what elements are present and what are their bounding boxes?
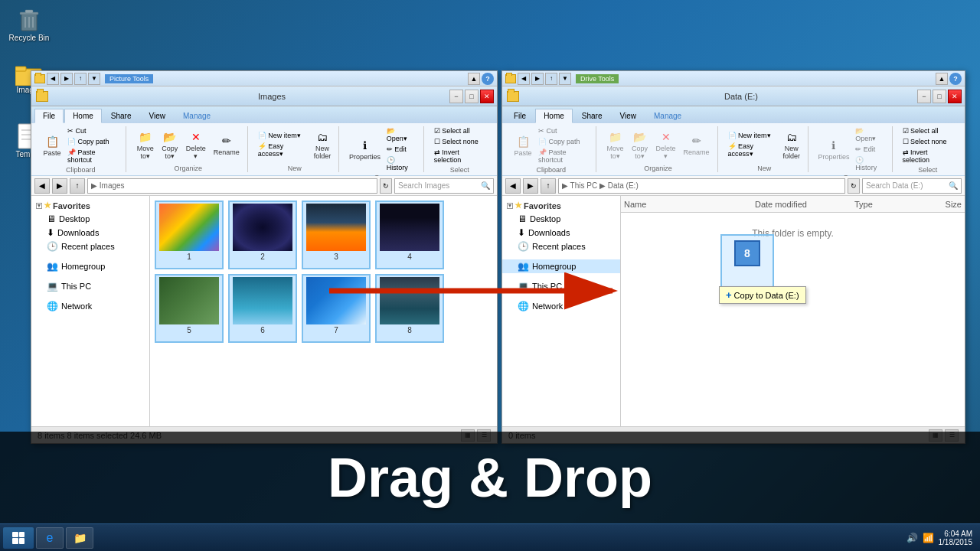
left-nav-recent[interactable]: 🕒 Recent places [31, 240, 149, 253]
left-nav-desktop[interactable]: 🖥 Desktop [31, 212, 149, 226]
left-tab-file[interactable]: File [34, 109, 64, 123]
file-item-4[interactable]: 4 [375, 201, 444, 269]
right-forward-btn[interactable]: ▶ [531, 73, 544, 85]
right-expand-btn[interactable]: ▲ [936, 73, 948, 85]
right-selectnone-btn[interactable]: ☐ Select none [900, 137, 956, 146]
left-nav-up[interactable]: ↑ [70, 178, 85, 194]
right-nav-homegroup[interactable]: 👥 Homegroup [502, 259, 620, 273]
right-tab-file[interactable]: File [505, 109, 534, 123]
left-newfolder-btn[interactable]: 🗂 Newfolder [311, 127, 334, 162]
left-history-btn[interactable]: 🕒 History [384, 155, 419, 172]
right-newitem-btn[interactable]: 📄 New item▾ [726, 131, 779, 140]
right-maximize-btn[interactable]: □ [933, 90, 946, 103]
left-favorites-header[interactable]: ▼ ★ Favorites [31, 199, 149, 212]
file-item-8[interactable]: 8 [375, 274, 444, 343]
right-copyto-btn[interactable]: 📂 Copyto▾ [629, 127, 652, 162]
left-edit-btn[interactable]: ✏ Edit [384, 145, 419, 154]
right-nav-desktop[interactable]: 🖥 Desktop [502, 212, 620, 226]
taskbar-ie-btn[interactable]: e [36, 527, 64, 549]
left-forward-btn[interactable]: ▶ [60, 73, 73, 85]
right-rename-btn[interactable]: ✏ Rename [681, 131, 713, 158]
left-delete-btn[interactable]: ✕ Delete▾ [183, 127, 209, 162]
left-moveto-btn[interactable]: 📁 Moveto▾ [134, 127, 157, 162]
file-item-6[interactable]: 6 [228, 274, 297, 343]
right-search-box[interactable]: Search Data (E:) 🔍 [862, 178, 962, 194]
left-nav-back[interactable]: ◀ [34, 178, 50, 194]
left-selectnone-btn[interactable]: ☐ Select none [432, 137, 488, 146]
left-close-btn[interactable]: ✕ [480, 90, 494, 103]
file-item-3[interactable]: 3 [302, 201, 371, 269]
left-tab-share[interactable]: Share [103, 109, 140, 123]
right-invertselection-btn[interactable]: ⇄ Invert selection [900, 148, 956, 165]
right-help-btn[interactable]: ? [949, 73, 962, 85]
start-button[interactable] [3, 527, 34, 549]
right-nav-network[interactable]: 🌐 Network [502, 299, 620, 313]
left-tab-home[interactable]: Home [64, 109, 102, 123]
left-search-box[interactable]: Search Images 🔍 [394, 178, 494, 194]
right-down-btn[interactable]: ▼ [559, 73, 571, 85]
right-history-btn[interactable]: 🕒 History [853, 155, 887, 172]
right-back-btn[interactable]: ◀ [518, 73, 530, 85]
right-easyaccess-btn[interactable]: ⚡ Easy access▾ [726, 142, 779, 158]
left-down-btn[interactable]: ▼ [88, 73, 100, 85]
right-nav-thispc[interactable]: 💻 This PC [502, 279, 620, 293]
right-cut-btn[interactable]: ✂ Cut [536, 126, 591, 135]
right-address-path[interactable]: ▶ This PC ▶ Data (E:) [558, 178, 845, 194]
left-open-btn[interactable]: 📂 Open▾ [384, 126, 419, 143]
left-nav-thispc[interactable]: 💻 This PC [31, 279, 149, 293]
right-delete-btn[interactable]: ✕ Delete▾ [653, 127, 679, 162]
left-newitem-btn[interactable]: 📄 New item▾ [256, 131, 309, 140]
left-paste-btn[interactable]: 📋 Paste [41, 132, 64, 159]
left-maximize-btn[interactable]: □ [465, 90, 479, 103]
right-refresh-btn[interactable]: ↻ [848, 178, 860, 194]
left-nav-homegroup[interactable]: 👥 Homegroup [31, 259, 149, 273]
left-up-btn[interactable]: ↑ [74, 73, 87, 85]
left-easyaccess-btn[interactable]: ⚡ Easy access▾ [256, 142, 309, 158]
right-selectall-btn[interactable]: ☑ Select all [900, 126, 956, 135]
left-copy-btn[interactable]: 📄 Copy path [65, 137, 121, 146]
right-tab-view[interactable]: View [612, 109, 645, 123]
left-back-btn[interactable]: ◀ [47, 73, 59, 85]
right-newfolder-btn[interactable]: 🗂 Newfolder [780, 127, 803, 162]
right-favorites-header[interactable]: ▼ ★ Favorites [502, 199, 620, 212]
file-item-7[interactable]: 7 [302, 274, 371, 343]
left-pasteshortcut-btn[interactable]: 📌 Paste shortcut [65, 148, 121, 165]
left-minimize-btn[interactable]: − [449, 90, 463, 103]
file-item-5[interactable]: 5 [155, 274, 224, 343]
right-nav-up[interactable]: ↑ [541, 178, 556, 194]
left-selectall-btn[interactable]: ☑ Select all [432, 126, 488, 135]
taskbar-folder-btn[interactable]: 📁 [66, 527, 93, 549]
left-address-path[interactable]: ▶ Images [87, 178, 377, 194]
right-open-btn[interactable]: 📂 Open▾ [853, 126, 887, 143]
right-nav-back[interactable]: ◀ [505, 178, 521, 194]
left-copyto-btn[interactable]: 📂 Copyto▾ [158, 127, 181, 162]
left-invertselection-btn[interactable]: ⇄ Invert selection [432, 148, 488, 165]
right-properties-btn[interactable]: ℹ Properties [816, 135, 851, 163]
right-pasteshortcut-btn[interactable]: 📌 Paste shortcut [536, 148, 591, 165]
right-tab-manage[interactable]: Manage [645, 109, 690, 123]
right-copy-btn[interactable]: 📄 Copy path [536, 137, 591, 146]
right-nav-forward[interactable]: ▶ [523, 178, 538, 194]
right-nav-recent[interactable]: 🕒 Recent places [502, 240, 620, 253]
left-nav-downloads[interactable]: ⬇ Downloads [31, 226, 149, 240]
right-moveto-btn[interactable]: 📁 Moveto▾ [604, 127, 627, 162]
right-minimize-btn[interactable]: − [917, 90, 931, 103]
recycle-bin-icon[interactable]: Recycle Bin [5, 3, 54, 46]
left-properties-btn[interactable]: ℹ Properties [347, 135, 383, 163]
file-item-1[interactable]: 1 [155, 201, 224, 269]
left-cut-btn[interactable]: ✂ Cut [65, 126, 121, 135]
left-tab-view[interactable]: View [141, 109, 175, 123]
file-item-2[interactable]: 2 [228, 201, 297, 269]
left-nav-forward[interactable]: ▶ [52, 178, 67, 194]
right-close-btn[interactable]: ✕ [948, 90, 962, 103]
left-nav-network[interactable]: 🌐 Network [31, 299, 149, 313]
right-nav-downloads[interactable]: ⬇ Downloads [502, 226, 620, 240]
left-help-btn[interactable]: ? [482, 73, 494, 85]
right-edit-btn[interactable]: ✏ Edit [853, 145, 887, 154]
right-tab-home[interactable]: Home [535, 109, 573, 123]
left-rename-btn[interactable]: ✏ Rename [211, 131, 243, 158]
right-up-btn[interactable]: ↑ [545, 73, 557, 85]
left-refresh-btn[interactable]: ↻ [380, 178, 392, 194]
right-tab-share[interactable]: Share [573, 109, 611, 123]
right-paste-btn[interactable]: 📋 Paste [511, 132, 534, 159]
